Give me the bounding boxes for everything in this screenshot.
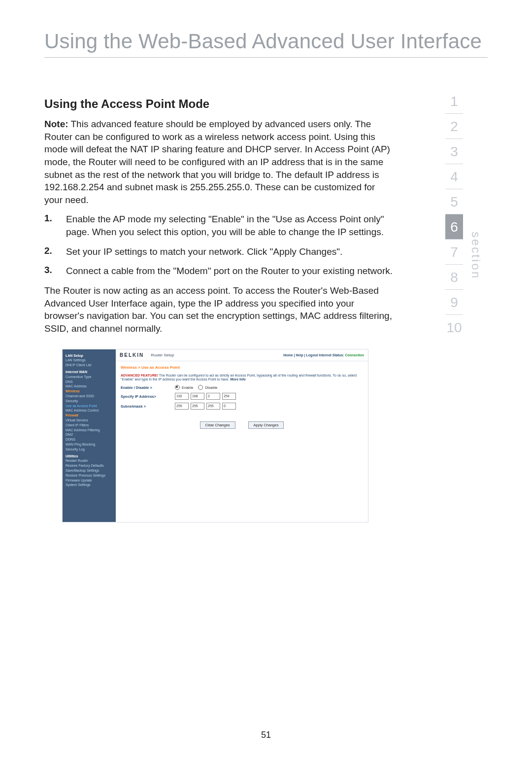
- router-sidebar-item[interactable]: Restore Factory Defaults: [66, 463, 113, 468]
- router-sidebar-item[interactable]: Connection Type: [66, 375, 113, 380]
- section-nav: 12345678910: [445, 89, 463, 340]
- step-number: 2.: [44, 245, 66, 258]
- router-toplinks[interactable]: Home | Help | Logout Internet Status: Co…: [283, 353, 364, 357]
- router-sidebar-item[interactable]: WAN Ping Blocking: [66, 442, 113, 447]
- ip-octet-3[interactable]: 2: [206, 393, 220, 400]
- chapter-rule: [44, 57, 488, 58]
- note-text: This advanced feature should be employed…: [44, 119, 390, 205]
- section-nav-8[interactable]: 8: [445, 265, 463, 290]
- section-nav-9[interactable]: 9: [445, 290, 463, 315]
- router-sidebar-item: Utilities: [66, 454, 113, 459]
- router-sidebar-item[interactable]: Security: [66, 399, 113, 404]
- router-breadcrumb: Wireless > Use as Access Point: [121, 365, 363, 370]
- label-mask: Subnetmask >: [121, 404, 175, 409]
- closing-paragraph: The Router is now acting as an access po…: [44, 284, 394, 335]
- step-text: Connect a cable from the "Modem" port on…: [66, 265, 393, 277]
- label-ip: Specify IP Address>: [121, 394, 175, 399]
- mask-octet-1[interactable]: 255: [175, 403, 189, 410]
- router-sidebar-item[interactable]: MAC Address Filtering: [66, 428, 113, 433]
- router-sidebar: LAN SetupLAN SettingsDHCP Client ListInt…: [63, 349, 116, 522]
- step-text: Enable the AP mode my selecting "Enable"…: [66, 213, 394, 238]
- router-toplinks-text[interactable]: Home | Help | Logout Internet Status:: [283, 353, 344, 357]
- ip-octet-4[interactable]: 254: [222, 393, 236, 400]
- section-nav-7[interactable]: 7: [445, 240, 463, 265]
- router-sidebar-item: LAN Setup: [66, 353, 113, 358]
- router-brand: BELKIN: [120, 352, 144, 358]
- note-paragraph: Note: This advanced feature should be em…: [44, 118, 394, 206]
- label-enable: Enable / Disable >: [121, 385, 175, 390]
- mask-octet-3[interactable]: 255: [206, 403, 220, 410]
- radio-enable-label: Enable: [182, 385, 193, 390]
- chapter-title: Using the Web-Based Advanced User Interf…: [44, 30, 488, 53]
- router-sidebar-item[interactable]: Firewall: [66, 413, 113, 418]
- router-sidebar-item[interactable]: Use as Access Point: [66, 404, 113, 409]
- router-sidebar-item[interactable]: System Settings: [66, 483, 113, 487]
- router-sidebar-item[interactable]: LAN Settings: [66, 358, 113, 363]
- router-main: BELKIN Router Setup Home | Help | Logout…: [116, 349, 368, 522]
- mask-octet-4[interactable]: 0: [222, 403, 236, 410]
- step-item: 2.Set your IP settings to match your net…: [44, 245, 394, 258]
- section-nav-4[interactable]: 4: [445, 164, 463, 189]
- ip-octet-1[interactable]: 192: [175, 393, 189, 400]
- router-sidebar-item[interactable]: Security Log: [66, 447, 113, 452]
- router-sidebar-item[interactable]: Wireless: [66, 389, 113, 394]
- step-item: 3.Connect a cable from the "Modem" port …: [44, 265, 394, 277]
- router-sidebar-item[interactable]: MAC Address Control: [66, 408, 113, 413]
- section-heading: Using the Access Point Mode: [44, 97, 394, 111]
- router-sidebar-item[interactable]: DDNS: [66, 437, 113, 442]
- router-title: Router Setup: [151, 353, 174, 357]
- router-more-info-link[interactable]: More Info: [230, 378, 246, 381]
- router-screenshot: LAN SetupLAN SettingsDHCP Client ListInt…: [62, 349, 368, 522]
- radio-disable-label: Disable: [205, 385, 217, 390]
- step-item: 1.Enable the AP mode my selecting "Enabl…: [44, 213, 394, 238]
- radio-disable[interactable]: [198, 385, 203, 390]
- section-nav-6[interactable]: 6: [445, 214, 463, 240]
- router-status-value: Connection: [345, 353, 365, 357]
- section-nav-2[interactable]: 2: [445, 114, 463, 139]
- section-nav-5[interactable]: 5: [445, 189, 463, 214]
- router-sidebar-item[interactable]: Client IP Filters: [66, 423, 113, 428]
- clear-changes-button[interactable]: Clear Changes: [200, 421, 235, 429]
- router-sidebar-item: Internet WAN: [66, 370, 113, 375]
- router-sidebar-item[interactable]: Firmware Update: [66, 478, 113, 483]
- section-nav-1[interactable]: 1: [445, 89, 463, 114]
- row-enable: Enable / Disable > Enable Disable: [121, 385, 363, 390]
- router-button-row: Clear Changes Apply Changes: [121, 421, 363, 429]
- router-sidebar-item[interactable]: Save/Backup Settings: [66, 468, 113, 473]
- apply-changes-button[interactable]: Apply Changes: [248, 421, 284, 429]
- section-word: section: [469, 232, 483, 279]
- step-number: 3.: [44, 265, 66, 277]
- router-feature-label: ADVANCED FEATURE!: [121, 374, 158, 377]
- router-sidebar-item[interactable]: Restart Router: [66, 458, 113, 463]
- section-nav-10[interactable]: 10: [445, 315, 463, 340]
- router-sidebar-item[interactable]: Virtual Servers: [66, 418, 113, 423]
- page-number: 51: [0, 730, 532, 740]
- router-sidebar-item[interactable]: Channel and SSID: [66, 394, 113, 399]
- section-nav-3[interactable]: 3: [445, 139, 463, 164]
- radio-enable[interactable]: [175, 385, 180, 390]
- steps-list: 1.Enable the AP mode my selecting "Enabl…: [44, 213, 394, 277]
- router-topbar: BELKIN Router Setup Home | Help | Logout…: [116, 349, 368, 359]
- router-feature-text: ADVANCED FEATURE! The Router can be conf…: [121, 374, 363, 382]
- router-sidebar-item[interactable]: DNS: [66, 380, 113, 384]
- row-ip: Specify IP Address> 192 168 2 254: [121, 393, 363, 400]
- mask-octet-2[interactable]: 255: [191, 403, 204, 410]
- ip-octet-2[interactable]: 168: [191, 393, 204, 400]
- router-sidebar-item[interactable]: MAC Address: [66, 384, 113, 389]
- step-number: 1.: [44, 213, 66, 238]
- router-sidebar-item[interactable]: DMZ: [66, 432, 113, 437]
- router-sidebar-item[interactable]: Restore Previous Settings: [66, 473, 113, 478]
- step-text: Set your IP settings to match your netwo…: [66, 245, 342, 258]
- note-label: Note:: [44, 119, 68, 129]
- row-mask: Subnetmask > 255 255 255 0: [121, 403, 363, 410]
- router-sidebar-item[interactable]: DHCP Client List: [66, 363, 113, 368]
